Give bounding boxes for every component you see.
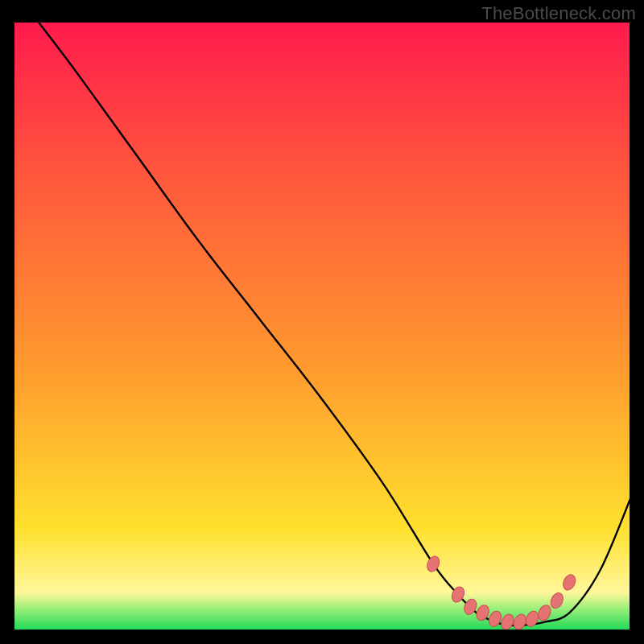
optimal-marker	[561, 572, 578, 592]
chart-frame: TheBottleneck.com	[0, 0, 644, 644]
bottleneck-curve-path	[38, 21, 631, 625]
watermark-text: TheBottleneck.com	[481, 3, 636, 24]
plot-area	[13, 21, 631, 631]
curve-svg	[13, 21, 631, 631]
optimal-marker	[425, 555, 442, 574]
optimal-marker	[499, 613, 516, 631]
optimal-marker	[536, 603, 553, 622]
plot-container	[13, 21, 631, 631]
optimal-marker	[548, 591, 565, 610]
